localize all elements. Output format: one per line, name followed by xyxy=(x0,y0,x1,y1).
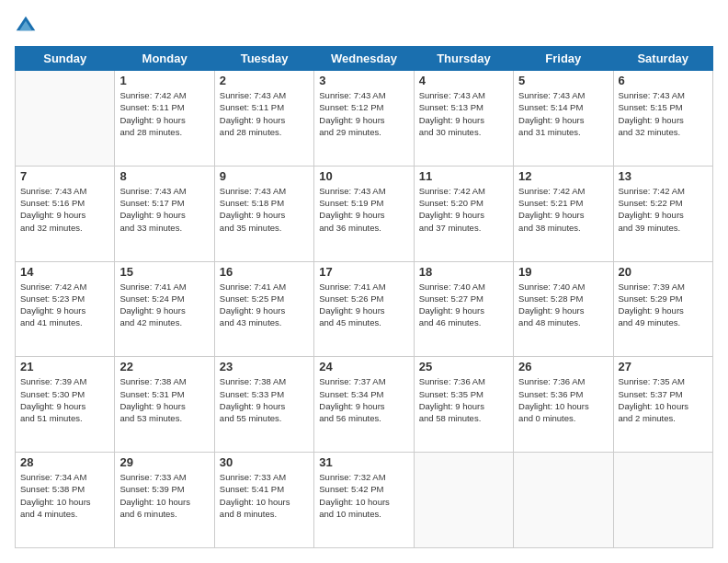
day-number: 13 xyxy=(619,169,708,183)
day-info: Sunrise: 7:40 AM Sunset: 5:27 PM Dayligh… xyxy=(419,281,508,329)
calendar-cell: 6Sunrise: 7:43 AM Sunset: 5:15 PM Daylig… xyxy=(613,71,712,167)
week-row-4: 28Sunrise: 7:34 AM Sunset: 5:38 PM Dayli… xyxy=(16,453,713,548)
day-info: Sunrise: 7:43 AM Sunset: 5:14 PM Dayligh… xyxy=(518,89,608,138)
day-number: 21 xyxy=(20,360,109,373)
day-info: Sunrise: 7:42 AM Sunset: 5:22 PM Dayligh… xyxy=(619,185,708,234)
calendar-cell: 29Sunrise: 7:33 AM Sunset: 5:39 PM Dayli… xyxy=(115,453,214,548)
calendar-cell: 13Sunrise: 7:42 AM Sunset: 5:22 PM Dayli… xyxy=(613,166,712,261)
day-number: 24 xyxy=(319,360,408,373)
calendar-cell: 21Sunrise: 7:39 AM Sunset: 5:30 PM Dayli… xyxy=(16,357,115,453)
day-number: 16 xyxy=(220,265,309,279)
weekday-friday: Friday xyxy=(514,47,613,71)
day-info: Sunrise: 7:41 AM Sunset: 5:26 PM Dayligh… xyxy=(319,281,408,329)
day-info: Sunrise: 7:36 AM Sunset: 5:36 PM Dayligh… xyxy=(518,375,608,424)
day-info: Sunrise: 7:34 AM Sunset: 5:38 PM Dayligh… xyxy=(20,471,109,520)
day-info: Sunrise: 7:42 AM Sunset: 5:23 PM Dayligh… xyxy=(20,281,109,329)
day-number: 28 xyxy=(20,455,109,469)
calendar-cell xyxy=(613,453,712,548)
day-number: 4 xyxy=(419,74,508,87)
calendar-cell: 28Sunrise: 7:34 AM Sunset: 5:38 PM Dayli… xyxy=(16,453,115,548)
day-number: 12 xyxy=(518,169,608,183)
day-info: Sunrise: 7:36 AM Sunset: 5:35 PM Dayligh… xyxy=(419,375,508,424)
calendar-cell: 18Sunrise: 7:40 AM Sunset: 5:27 PM Dayli… xyxy=(414,261,513,357)
calendar-cell: 7Sunrise: 7:43 AM Sunset: 5:16 PM Daylig… xyxy=(16,166,115,261)
day-info: Sunrise: 7:43 AM Sunset: 5:11 PM Dayligh… xyxy=(220,89,309,138)
weekday-monday: Monday xyxy=(115,47,214,71)
day-info: Sunrise: 7:43 AM Sunset: 5:15 PM Dayligh… xyxy=(619,89,708,138)
day-number: 11 xyxy=(419,169,508,183)
calendar-cell: 26Sunrise: 7:36 AM Sunset: 5:36 PM Dayli… xyxy=(514,357,613,453)
weekday-thursday: Thursday xyxy=(414,47,513,71)
day-number: 27 xyxy=(619,360,708,373)
day-info: Sunrise: 7:43 AM Sunset: 5:18 PM Dayligh… xyxy=(220,185,309,234)
day-info: Sunrise: 7:43 AM Sunset: 5:12 PM Dayligh… xyxy=(319,89,408,138)
day-number: 8 xyxy=(119,169,209,183)
day-number: 6 xyxy=(619,74,708,87)
day-info: Sunrise: 7:43 AM Sunset: 5:13 PM Dayligh… xyxy=(419,89,508,138)
day-number: 19 xyxy=(518,265,608,279)
day-number: 22 xyxy=(119,360,209,373)
day-info: Sunrise: 7:40 AM Sunset: 5:28 PM Dayligh… xyxy=(518,281,608,329)
day-number: 26 xyxy=(518,360,608,373)
day-number: 14 xyxy=(20,265,109,279)
day-info: Sunrise: 7:43 AM Sunset: 5:17 PM Dayligh… xyxy=(119,185,209,234)
day-info: Sunrise: 7:38 AM Sunset: 5:31 PM Dayligh… xyxy=(119,375,209,424)
calendar-cell: 2Sunrise: 7:43 AM Sunset: 5:11 PM Daylig… xyxy=(214,71,313,167)
day-info: Sunrise: 7:32 AM Sunset: 5:42 PM Dayligh… xyxy=(319,471,408,520)
day-info: Sunrise: 7:37 AM Sunset: 5:34 PM Dayligh… xyxy=(319,375,408,424)
day-number: 15 xyxy=(119,265,209,279)
day-info: Sunrise: 7:39 AM Sunset: 5:29 PM Dayligh… xyxy=(619,281,708,329)
day-number: 9 xyxy=(220,169,309,183)
day-number: 3 xyxy=(319,74,408,87)
calendar-cell: 8Sunrise: 7:43 AM Sunset: 5:17 PM Daylig… xyxy=(115,166,214,261)
day-info: Sunrise: 7:38 AM Sunset: 5:33 PM Dayligh… xyxy=(220,375,309,424)
day-number: 29 xyxy=(119,455,209,469)
day-info: Sunrise: 7:42 AM Sunset: 5:21 PM Dayligh… xyxy=(518,185,608,234)
calendar-cell: 3Sunrise: 7:43 AM Sunset: 5:12 PM Daylig… xyxy=(314,71,414,167)
week-row-2: 14Sunrise: 7:42 AM Sunset: 5:23 PM Dayli… xyxy=(16,261,713,357)
day-number: 18 xyxy=(419,265,508,279)
calendar-cell: 9Sunrise: 7:43 AM Sunset: 5:18 PM Daylig… xyxy=(214,166,313,261)
day-info: Sunrise: 7:33 AM Sunset: 5:41 PM Dayligh… xyxy=(220,471,309,520)
day-number: 10 xyxy=(319,169,408,183)
day-info: Sunrise: 7:43 AM Sunset: 5:19 PM Dayligh… xyxy=(319,185,408,234)
calendar-cell: 15Sunrise: 7:41 AM Sunset: 5:24 PM Dayli… xyxy=(115,261,214,357)
day-number: 20 xyxy=(619,265,708,279)
calendar-table: SundayMondayTuesdayWednesdayThursdayFrid… xyxy=(15,46,713,548)
calendar-cell: 16Sunrise: 7:41 AM Sunset: 5:25 PM Dayli… xyxy=(214,261,313,357)
week-row-0: 1Sunrise: 7:42 AM Sunset: 5:11 PM Daylig… xyxy=(16,71,713,167)
calendar-cell: 23Sunrise: 7:38 AM Sunset: 5:33 PM Dayli… xyxy=(214,357,313,453)
weekday-header-row: SundayMondayTuesdayWednesdayThursdayFrid… xyxy=(16,47,713,71)
day-number: 2 xyxy=(220,74,309,87)
calendar-cell: 17Sunrise: 7:41 AM Sunset: 5:26 PM Dayli… xyxy=(314,261,414,357)
weekday-tuesday: Tuesday xyxy=(214,47,313,71)
calendar-cell: 27Sunrise: 7:35 AM Sunset: 5:37 PM Dayli… xyxy=(613,357,712,453)
calendar-cell: 24Sunrise: 7:37 AM Sunset: 5:34 PM Dayli… xyxy=(314,357,414,453)
day-number: 17 xyxy=(319,265,408,279)
calendar-cell: 5Sunrise: 7:43 AM Sunset: 5:14 PM Daylig… xyxy=(514,71,613,167)
day-info: Sunrise: 7:41 AM Sunset: 5:25 PM Dayligh… xyxy=(220,281,309,329)
logo-icon xyxy=(15,15,37,37)
weekday-saturday: Saturday xyxy=(613,47,712,71)
day-number: 5 xyxy=(518,74,608,87)
weekday-wednesday: Wednesday xyxy=(314,47,414,71)
day-info: Sunrise: 7:39 AM Sunset: 5:30 PM Dayligh… xyxy=(20,375,109,424)
weekday-sunday: Sunday xyxy=(16,47,115,71)
calendar-cell: 11Sunrise: 7:42 AM Sunset: 5:20 PM Dayli… xyxy=(414,166,513,261)
page: SundayMondayTuesdayWednesdayThursdayFrid… xyxy=(0,0,728,563)
day-info: Sunrise: 7:43 AM Sunset: 5:16 PM Dayligh… xyxy=(20,185,109,234)
calendar-cell xyxy=(414,453,513,548)
day-info: Sunrise: 7:35 AM Sunset: 5:37 PM Dayligh… xyxy=(619,375,708,424)
day-info: Sunrise: 7:41 AM Sunset: 5:24 PM Dayligh… xyxy=(119,281,209,329)
calendar-cell: 4Sunrise: 7:43 AM Sunset: 5:13 PM Daylig… xyxy=(414,71,513,167)
day-number: 1 xyxy=(119,74,209,87)
calendar-cell: 31Sunrise: 7:32 AM Sunset: 5:42 PM Dayli… xyxy=(314,453,414,548)
calendar-cell xyxy=(16,71,115,167)
calendar-cell: 1Sunrise: 7:42 AM Sunset: 5:11 PM Daylig… xyxy=(115,71,214,167)
calendar-cell xyxy=(514,453,613,548)
day-number: 23 xyxy=(220,360,309,373)
calendar-cell: 10Sunrise: 7:43 AM Sunset: 5:19 PM Dayli… xyxy=(314,166,414,261)
header xyxy=(15,15,713,37)
calendar-cell: 14Sunrise: 7:42 AM Sunset: 5:23 PM Dayli… xyxy=(16,261,115,357)
day-info: Sunrise: 7:33 AM Sunset: 5:39 PM Dayligh… xyxy=(119,471,209,520)
